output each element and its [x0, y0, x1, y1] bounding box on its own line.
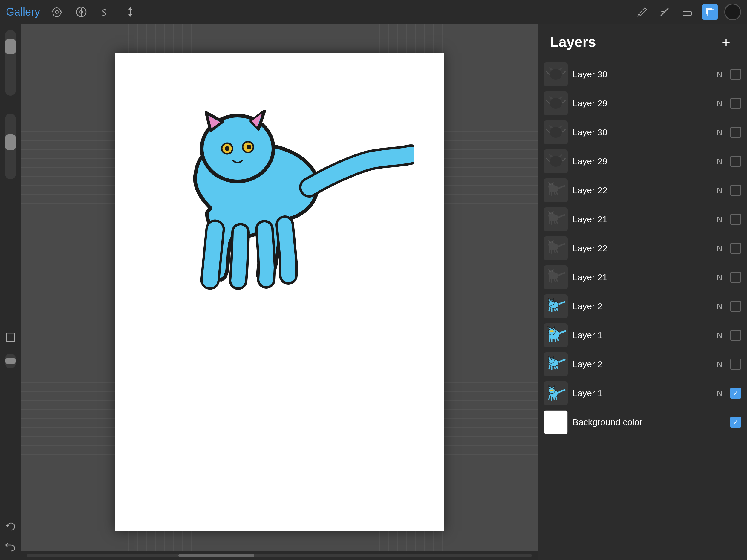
svg-point-14 [550, 98, 562, 109]
layer-thumbnail [544, 62, 568, 86]
layer-item[interactable]: Layer 29 N [538, 147, 747, 176]
canvas-paper[interactable] [115, 53, 444, 531]
layer-checkbox[interactable] [730, 272, 741, 283]
layer-name: Layer 2 [572, 301, 709, 311]
canvas-area[interactable] [21, 24, 538, 560]
layer-checkbox[interactable] [730, 156, 741, 167]
layer-name: Layer 2 [572, 359, 709, 370]
scroll-track [27, 554, 532, 557]
color-picker[interactable] [724, 4, 741, 20]
layer-blend-mode: N [714, 157, 725, 166]
layer-item[interactable]: Layer 22 N [538, 176, 747, 205]
svg-point-10 [225, 146, 230, 151]
layers-panel: Layers + Layer 30 N Layer [538, 24, 747, 560]
add-layer-button[interactable]: + [717, 33, 735, 51]
layer-blend-mode: N [714, 70, 725, 79]
svg-point-31 [550, 330, 552, 332]
layers-title: Layers [550, 34, 596, 50]
settings-icon[interactable] [49, 4, 65, 20]
layer-item[interactable]: Layer 1 N [538, 321, 747, 350]
opacity-slider[interactable] [5, 113, 16, 179]
layer-thumbnail [544, 294, 568, 318]
layer-thumbnail [544, 265, 568, 289]
horizontal-scrollbar[interactable] [21, 551, 538, 560]
layer-name: Layer 30 [572, 69, 709, 79]
layer-name: Layer 22 [572, 243, 709, 253]
layer-checkbox[interactable] [730, 214, 741, 225]
layer-item[interactable]: Layer 22 N [538, 234, 747, 263]
layer-thumbnail [544, 236, 568, 260]
layer-thumbnail [544, 381, 568, 405]
redo-icon[interactable] [3, 540, 18, 554]
layer-thumbnail [544, 149, 568, 173]
layer-checkbox[interactable] [730, 185, 741, 196]
layer-blend-mode: N [714, 302, 725, 311]
layer-name: Layer 21 [572, 214, 709, 224]
layer-name: Layer 1 [572, 388, 709, 398]
eraser-icon[interactable] [679, 4, 696, 20]
size-slider-thumb[interactable] [5, 39, 16, 54]
layer-name: Layer 22 [572, 185, 709, 196]
layer-item[interactable]: Layer 29 N [538, 89, 747, 118]
layer-thumbnail [544, 323, 568, 347]
layer-blend-mode: N [714, 215, 725, 224]
svg-rect-4 [683, 11, 691, 16]
layer-checkbox[interactable] [730, 98, 741, 109]
layer-blend-mode: N [714, 331, 725, 340]
left-sidebar [0, 24, 21, 560]
layer-item[interactable]: Layer 2 N [538, 292, 747, 321]
svg-rect-7 [6, 333, 15, 341]
layer-checkbox[interactable] [730, 243, 741, 254]
layer-blend-mode: N [714, 273, 725, 282]
sidebar-divider [4, 349, 17, 349]
layer-name: Layer 1 [572, 330, 709, 340]
svg-rect-6 [707, 9, 714, 16]
selection-icon[interactable] [3, 330, 18, 345]
modify-icon[interactable] [74, 4, 89, 20]
smudge-icon[interactable]: S [98, 4, 113, 20]
pencil-icon[interactable] [634, 4, 650, 20]
svg-point-39 [550, 390, 552, 391]
mini-slider[interactable] [5, 354, 16, 368]
layer-name: Layer 29 [572, 156, 709, 167]
layer-thumbnail [544, 207, 568, 231]
layer-name: Background color [572, 417, 725, 427]
layer-checkbox[interactable] [730, 127, 741, 138]
bg-color-swatch [544, 410, 568, 434]
blend-tool-icon[interactable] [656, 4, 673, 20]
cat-drawing [145, 83, 414, 292]
layer-thumbnail [544, 178, 568, 202]
layer-item[interactable]: Layer 30 N [538, 118, 747, 147]
layer-name: Layer 21 [572, 272, 709, 282]
toolbar-right [634, 4, 741, 20]
layer-item[interactable]: Layer 1 N [538, 379, 747, 408]
opacity-slider-thumb[interactable] [5, 134, 16, 150]
layers-header: Layers + [538, 24, 747, 60]
layer-item[interactable]: Layer 30 N [538, 60, 747, 89]
undo-icon[interactable] [3, 519, 18, 534]
layer-item[interactable]: Layer 21 N [538, 205, 747, 234]
svg-point-16 [550, 156, 562, 167]
layers-tool-icon[interactable] [702, 4, 718, 20]
layer-item[interactable]: Layer 2 N [538, 350, 747, 379]
svg-point-12 [247, 145, 251, 149]
transform-icon[interactable] [123, 4, 138, 20]
layer-checkbox[interactable] [730, 359, 741, 370]
layer-blend-mode: N [714, 360, 725, 369]
layer-checkbox[interactable] [730, 301, 741, 312]
size-slider[interactable] [5, 30, 16, 96]
layer-blend-mode: N [714, 389, 725, 398]
gallery-button[interactable]: Gallery [6, 6, 40, 18]
layer-item[interactable]: Layer 21 N [538, 263, 747, 292]
mini-slider-thumb[interactable] [5, 358, 16, 364]
layer-checkbox[interactable] [730, 69, 741, 80]
layer-item[interactable]: Background color [538, 408, 747, 437]
layer-checkbox[interactable] [730, 330, 741, 341]
layer-checkbox[interactable] [730, 388, 741, 399]
layer-blend-mode: N [714, 99, 725, 108]
layer-checkbox[interactable] [730, 417, 741, 428]
svg-text:S: S [102, 7, 106, 18]
layers-list: Layer 30 N Layer 29 N Laye [538, 60, 747, 560]
svg-point-32 [552, 330, 554, 332]
scroll-thumb[interactable] [178, 554, 254, 557]
